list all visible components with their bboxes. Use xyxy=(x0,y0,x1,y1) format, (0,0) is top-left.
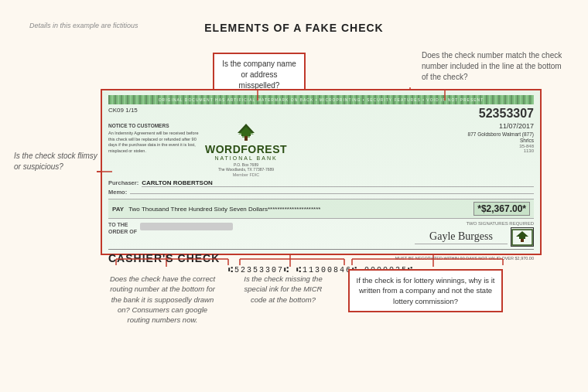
to-order-label: TO THEORDER OF xyxy=(108,221,137,235)
check-number-right: 52353307 xyxy=(479,107,534,121)
purchaser-label: Purchaser: xyxy=(108,179,138,186)
svg-marker-10 xyxy=(516,231,528,239)
svg-rect-8 xyxy=(244,136,248,141)
security-strip: ORIGINAL DOCUMENT HAS ARTIFICIAL WATERMA… xyxy=(108,95,534,104)
pay-amount-text: Two Thousand Three Hundred Sixty Seven D… xyxy=(128,206,473,213)
check-wrapper: ORIGINAL DOCUMENT HAS ARTIFICIAL WATERMA… xyxy=(101,89,542,255)
check-top-row: CK09 1/15 52353307 xyxy=(108,107,534,121)
bank-name: WORDFOREST xyxy=(205,144,287,155)
purchaser-row: Purchaser: CARLTON ROBERTSON xyxy=(108,179,534,187)
notice-text: NOTICE TO CUSTOMERS An Indemnity Agreeme… xyxy=(108,122,201,155)
payee-city: Shrlcs xyxy=(468,138,534,143)
pay-row: PAY Two Thousand Three Hundred Sixty Sev… xyxy=(108,199,534,219)
cashier-bottom: CASHIER'S CHECK MUST BE NEGOTIATED WITHI… xyxy=(108,249,534,264)
check-date: 11/07/2017 xyxy=(468,122,534,130)
negotiated-text: MUST BE NEGOTIATED WITHIN 90 DAYS NOT VA… xyxy=(395,256,534,262)
memo-value xyxy=(130,193,534,194)
check-fraction: 35-8481130 xyxy=(468,144,534,153)
callout-check-number: Does the check number match the check nu… xyxy=(422,50,569,83)
page-container: Details in this example are fictitious E… xyxy=(0,0,588,392)
payee-address: 877 Goldsboro Walmart (877) xyxy=(468,131,534,137)
pay-label: PAY xyxy=(112,206,124,213)
order-sig-row: TO THEORDER OF TWO SIGNATURES REQUIRED G… xyxy=(108,221,534,247)
memo-label: Memo: xyxy=(108,189,127,196)
callout-lottery: If the check is for lottery winnings, wh… xyxy=(348,269,503,312)
notice-title: NOTICE TO CUSTOMERS xyxy=(108,122,201,129)
callout-check-stock: Is the check stock flimsy or suspicious? xyxy=(14,151,99,172)
check-inner: ORIGINAL DOCUMENT HAS ARTIFICIAL WATERMA… xyxy=(102,90,540,254)
main-title: ELEMENTS OF A FAKE CHECK xyxy=(0,22,588,34)
svg-marker-7 xyxy=(238,127,254,138)
purchaser-value: CARLTON ROBERTSON xyxy=(142,179,534,187)
stamp-icon xyxy=(511,229,533,246)
pay-dollar-amount: *$2,367.00* xyxy=(473,202,530,216)
bank-subtitle: NATIONAL BANK xyxy=(214,155,277,161)
cashier-label: CASHIER'S CHECK xyxy=(108,252,220,264)
member-fdic: Member FDIC xyxy=(233,172,260,177)
callout-micr-ink: Is the check missing the special ink for… xyxy=(237,269,330,309)
to-order-value xyxy=(140,223,233,230)
check-number-short: CK09 1/15 xyxy=(108,107,138,114)
signature-line: Gayle Burgess xyxy=(415,230,508,244)
check-right-info: 11/07/2017 877 Goldsboro Walmart (877) S… xyxy=(468,122,534,155)
bank-logo-icon xyxy=(235,122,257,144)
check-middle-row: NOTICE TO CUSTOMERS An Indemnity Agreeme… xyxy=(108,122,534,177)
memo-row: Memo: xyxy=(108,189,534,196)
two-sig-label: TWO SIGNATURES REQUIRED xyxy=(466,221,534,226)
bank-logo-area: WORDFOREST NATIONAL BANK P.O. Box 7689Th… xyxy=(207,122,285,177)
callout-routing-number: Does the check have the correct routing … xyxy=(101,269,224,329)
bank-stamp xyxy=(511,227,534,247)
bank-address: P.O. Box 7689The Woodlands, TX 77387-768… xyxy=(218,162,274,172)
check-border: ORIGINAL DOCUMENT HAS ARTIFICIAL WATERMA… xyxy=(101,89,542,255)
svg-rect-11 xyxy=(521,239,524,242)
